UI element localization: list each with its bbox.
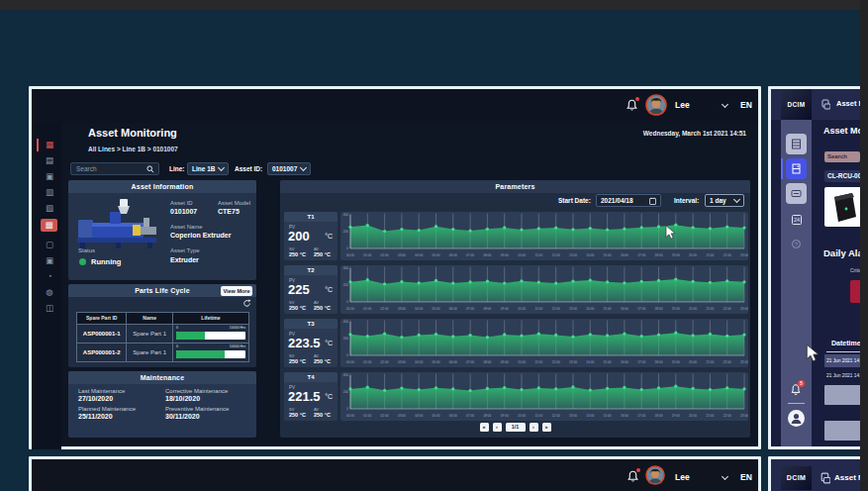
production-icon[interactable]: ▣ bbox=[43, 170, 56, 183]
t1-value-card: T1PV200°CSV250 °CAV250 °C bbox=[284, 212, 338, 260]
svg-text:400: 400 bbox=[343, 266, 349, 270]
search-input[interactable]: Search bbox=[70, 162, 159, 175]
line-select[interactable]: Line 1B bbox=[187, 162, 229, 175]
svg-text:14:00: 14:00 bbox=[586, 360, 594, 364]
parts-table-row[interactable]: ASP000001-2Spare Part 1010000 Hrs bbox=[77, 344, 248, 362]
svg-text:16:00: 16:00 bbox=[621, 253, 628, 257]
bottom-language-selector[interactable]: EN bbox=[740, 472, 752, 482]
asset-id-select[interactable]: 0101007 bbox=[267, 162, 311, 175]
overview-icon[interactable]: ▤ bbox=[43, 154, 56, 167]
svg-text:08:00: 08:00 bbox=[483, 253, 491, 257]
svg-text:20:00: 20:00 bbox=[689, 307, 697, 311]
view-more-button[interactable]: View More bbox=[221, 286, 252, 296]
status-dot bbox=[79, 258, 86, 265]
spare-part-id: ASP000001-1 bbox=[77, 325, 127, 343]
user-name[interactable]: Lee bbox=[675, 100, 690, 110]
svg-text:05:00: 05:00 bbox=[433, 253, 440, 257]
svg-text:15:00: 15:00 bbox=[604, 253, 612, 257]
svg-text:14:00: 14:00 bbox=[586, 414, 594, 418]
dcim-search-input[interactable]: Search bbox=[824, 151, 860, 162]
svg-text:0: 0 bbox=[346, 353, 348, 357]
frame-right-bar bbox=[860, 0, 868, 491]
pv-value: 223.5 bbox=[288, 336, 321, 350]
refresh-icon[interactable] bbox=[242, 299, 251, 308]
pv-value: 225 bbox=[288, 282, 310, 297]
network-icon[interactable]: ◍ bbox=[43, 286, 56, 299]
svg-text:0: 0 bbox=[346, 300, 348, 304]
svg-text:15:00: 15:00 bbox=[604, 307, 612, 311]
rack-units-icon[interactable]: 24 bbox=[786, 209, 807, 230]
help-icon[interactable]: ? bbox=[786, 234, 807, 254]
svg-text:06:00: 06:00 bbox=[449, 414, 457, 418]
svg-text:00:00: 00:00 bbox=[346, 360, 354, 364]
svg-text:23:00: 23:00 bbox=[740, 360, 748, 364]
parts-table: Spare Part IDNameLifetimeASP000001-1Spar… bbox=[76, 312, 249, 362]
spare-part-name: Spare Part 1 bbox=[127, 325, 172, 343]
lifetime-max: 10000 Hrs bbox=[230, 344, 245, 348]
user-avatar[interactable] bbox=[645, 94, 667, 116]
bottom-dashboard-window: Lee EN bbox=[29, 456, 761, 491]
analytics-icon[interactable]: ◔ bbox=[43, 270, 56, 283]
language-selector[interactable]: EN bbox=[740, 100, 752, 110]
bottom-user-name[interactable]: Lee bbox=[675, 472, 690, 482]
asset-id-value: 0101007 bbox=[170, 208, 197, 215]
racks-icon[interactable] bbox=[786, 134, 807, 154]
card-title: T4 bbox=[284, 372, 338, 382]
svg-text:14:00: 14:00 bbox=[586, 253, 594, 257]
maintenance-entry: Corrective Maintenance18/10/2020 bbox=[165, 388, 252, 402]
svg-text:10:00: 10:00 bbox=[518, 414, 526, 418]
spare-part-id: ASP000001-2 bbox=[77, 344, 127, 361]
svg-text:11:00: 11:00 bbox=[534, 360, 542, 364]
asset-id-select-value: 0101007 bbox=[272, 165, 297, 172]
lifetime-bar-fill bbox=[176, 350, 225, 358]
svg-text:01:00: 01:00 bbox=[363, 253, 371, 257]
bottom-notification-dot bbox=[636, 468, 640, 472]
user-menu-chevron-icon[interactable] bbox=[722, 101, 728, 108]
bottom-user-menu-chevron-icon[interactable] bbox=[722, 473, 728, 480]
svg-text:24: 24 bbox=[793, 217, 799, 223]
bottom-user-avatar[interactable] bbox=[645, 465, 665, 485]
svg-text:18:00: 18:00 bbox=[655, 414, 663, 418]
line-select-value: Line 1B bbox=[192, 165, 215, 172]
svg-text:16:00: 16:00 bbox=[621, 307, 628, 311]
svg-text:18:00: 18:00 bbox=[655, 307, 663, 311]
svg-text:22:00: 22:00 bbox=[723, 414, 731, 418]
av-value: 250 °C bbox=[314, 358, 331, 364]
parts-table-row[interactable]: ASP000001-1Spare Part 1010000 Hrs bbox=[77, 325, 248, 344]
notification-dot bbox=[635, 97, 639, 101]
svg-text:10:00: 10:00 bbox=[518, 307, 526, 311]
svg-text:400: 400 bbox=[343, 320, 349, 324]
asset-information-title: Asset Information bbox=[68, 180, 256, 193]
asset-model-value: CTE75 bbox=[218, 208, 240, 215]
svg-text:03:00: 03:00 bbox=[398, 307, 406, 311]
cabinets-icon[interactable] bbox=[786, 158, 807, 179]
lines-icon[interactable]: ▥ bbox=[43, 186, 56, 199]
main-dashboard-window: Lee EN Asset Monitoring Wednesday, March… bbox=[29, 86, 761, 449]
users-icon[interactable]: ◫ bbox=[43, 302, 56, 315]
next-page-button[interactable]: › bbox=[530, 423, 538, 432]
dcim-logo: DCIM bbox=[781, 89, 812, 120]
svg-text:04:00: 04:00 bbox=[415, 253, 423, 257]
dcim-avatar[interactable] bbox=[788, 410, 805, 427]
pv-value: 221.5 bbox=[288, 389, 321, 404]
first-page-button[interactable]: « bbox=[480, 423, 489, 432]
mouse-cursor bbox=[665, 225, 677, 241]
asset-type-value: Extruder bbox=[170, 256, 199, 263]
maintenance-entry-value: 27/10/2020 bbox=[78, 395, 165, 402]
page-indicator: 1/1 bbox=[506, 423, 526, 432]
schedule-icon[interactable]: ▣ bbox=[43, 254, 56, 267]
reports-icon[interactable]: ▧ bbox=[43, 202, 56, 215]
asset-monitoring-icon[interactable]: ▩ bbox=[41, 219, 57, 232]
last-page-button[interactable]: » bbox=[542, 423, 551, 432]
pv-unit: °C bbox=[325, 340, 333, 346]
parts-column-header: Name bbox=[127, 313, 172, 324]
svg-text:11:00: 11:00 bbox=[534, 253, 542, 257]
svg-text:15:00: 15:00 bbox=[604, 414, 612, 418]
machines-icon[interactable]: ▢ bbox=[43, 239, 56, 251]
prev-page-button[interactable]: ‹ bbox=[493, 423, 502, 432]
breadcrumb[interactable]: All Lines > Line 1B > 0101007 bbox=[88, 146, 178, 152]
svg-text:12:00: 12:00 bbox=[552, 360, 560, 364]
search-icon[interactable] bbox=[146, 165, 154, 173]
devices-icon[interactable] bbox=[786, 183, 807, 204]
dashboard-icon[interactable]: ▦ bbox=[43, 139, 56, 151]
